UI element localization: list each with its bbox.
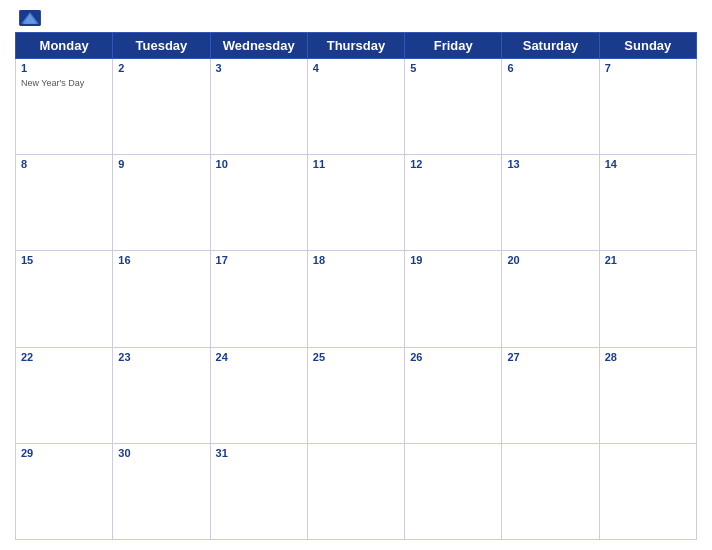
calendar-day-cell: 13	[502, 155, 599, 251]
weekday-header-friday: Friday	[405, 33, 502, 59]
calendar-day-cell: 21	[599, 251, 696, 347]
calendar-week-row: 1New Year's Day234567	[16, 59, 697, 155]
day-number: 17	[216, 254, 302, 266]
calendar-day-cell: 28	[599, 347, 696, 443]
day-number: 4	[313, 62, 399, 74]
weekday-header-monday: Monday	[16, 33, 113, 59]
calendar-day-cell: 17	[210, 251, 307, 347]
calendar-day-cell: 30	[113, 443, 210, 539]
calendar-day-cell: 14	[599, 155, 696, 251]
calendar-day-cell	[307, 443, 404, 539]
calendar-day-cell: 25	[307, 347, 404, 443]
weekday-header-tuesday: Tuesday	[113, 33, 210, 59]
calendar-week-row: 22232425262728	[16, 347, 697, 443]
weekday-header-saturday: Saturday	[502, 33, 599, 59]
day-number: 8	[21, 158, 107, 170]
calendar-week-row: 891011121314	[16, 155, 697, 251]
holiday-label: New Year's Day	[21, 78, 84, 88]
calendar-day-cell: 6	[502, 59, 599, 155]
calendar-day-cell: 3	[210, 59, 307, 155]
day-number: 13	[507, 158, 593, 170]
calendar-day-cell: 15	[16, 251, 113, 347]
day-number: 2	[118, 62, 204, 74]
day-number: 30	[118, 447, 204, 459]
calendar-day-cell: 5	[405, 59, 502, 155]
calendar-day-cell: 26	[405, 347, 502, 443]
calendar-day-cell: 24	[210, 347, 307, 443]
weekday-header-sunday: Sunday	[599, 33, 696, 59]
calendar-day-cell: 18	[307, 251, 404, 347]
day-number: 12	[410, 158, 496, 170]
day-number: 25	[313, 351, 399, 363]
calendar-day-cell: 31	[210, 443, 307, 539]
weekday-header-wednesday: Wednesday	[210, 33, 307, 59]
day-number: 3	[216, 62, 302, 74]
calendar-day-cell: 7	[599, 59, 696, 155]
calendar-header	[15, 10, 697, 26]
weekday-header-thursday: Thursday	[307, 33, 404, 59]
day-number: 24	[216, 351, 302, 363]
day-number: 19	[410, 254, 496, 266]
calendar-day-cell: 9	[113, 155, 210, 251]
calendar-day-cell: 20	[502, 251, 599, 347]
day-number: 23	[118, 351, 204, 363]
calendar-day-cell: 8	[16, 155, 113, 251]
day-number: 22	[21, 351, 107, 363]
day-number: 21	[605, 254, 691, 266]
calendar-day-cell: 23	[113, 347, 210, 443]
day-number: 6	[507, 62, 593, 74]
day-number: 27	[507, 351, 593, 363]
calendar-day-cell	[599, 443, 696, 539]
weekday-header-row: MondayTuesdayWednesdayThursdayFridaySatu…	[16, 33, 697, 59]
calendar-day-cell: 22	[16, 347, 113, 443]
day-number: 29	[21, 447, 107, 459]
calendar-day-cell: 4	[307, 59, 404, 155]
logo	[19, 10, 44, 26]
day-number: 20	[507, 254, 593, 266]
day-number: 31	[216, 447, 302, 459]
calendar-day-cell	[405, 443, 502, 539]
calendar-day-cell: 19	[405, 251, 502, 347]
day-number: 5	[410, 62, 496, 74]
calendar-day-cell: 12	[405, 155, 502, 251]
day-number: 1	[21, 62, 107, 74]
day-number: 16	[118, 254, 204, 266]
day-number: 18	[313, 254, 399, 266]
general-blue-icon	[19, 10, 41, 26]
day-number: 28	[605, 351, 691, 363]
calendar-day-cell: 1New Year's Day	[16, 59, 113, 155]
calendar-day-cell: 11	[307, 155, 404, 251]
day-number: 26	[410, 351, 496, 363]
day-number: 9	[118, 158, 204, 170]
calendar-week-row: 15161718192021	[16, 251, 697, 347]
calendar-day-cell: 29	[16, 443, 113, 539]
calendar-day-cell: 2	[113, 59, 210, 155]
calendar-day-cell: 16	[113, 251, 210, 347]
day-number: 15	[21, 254, 107, 266]
day-number: 7	[605, 62, 691, 74]
calendar-day-cell: 27	[502, 347, 599, 443]
calendar-day-cell	[502, 443, 599, 539]
day-number: 10	[216, 158, 302, 170]
calendar-day-cell: 10	[210, 155, 307, 251]
calendar-week-row: 293031	[16, 443, 697, 539]
day-number: 11	[313, 158, 399, 170]
calendar-table: MondayTuesdayWednesdayThursdayFridaySatu…	[15, 32, 697, 540]
day-number: 14	[605, 158, 691, 170]
